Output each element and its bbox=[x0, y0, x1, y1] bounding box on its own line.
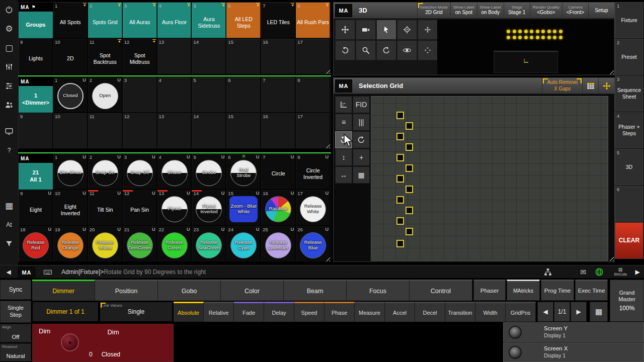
preset-cell-16[interactable]: 16 bbox=[261, 113, 296, 149]
phaser-cell-11[interactable]: 11UTilt Sin bbox=[88, 190, 123, 226]
3d-control-gobo[interactable]: Render Quality<Gobo> bbox=[530, 3, 562, 18]
ma-logo[interactable]: MA bbox=[335, 79, 352, 93]
screen-knob-screen-y[interactable]: Screen YDisplay 1 bbox=[503, 322, 644, 342]
view-button-3d[interactable]: 53D bbox=[615, 149, 643, 185]
3d-control-on-body[interactable]: Show Labelon Body bbox=[477, 3, 504, 18]
preset-cell-5[interactable]: 5 bbox=[192, 77, 226, 113]
ma-logo[interactable]: MA bbox=[335, 4, 352, 17]
fader-page-icon[interactable] bbox=[2, 60, 16, 73]
rotate-ccw-icon[interactable] bbox=[335, 40, 355, 60]
group-cell-1[interactable]: 1▼All Spots bbox=[53, 3, 88, 39]
encoder-grid-button[interactable]: ▦ bbox=[590, 302, 608, 322]
phaser-cell-1[interactable]: 1UDim Sinus bbox=[53, 154, 88, 190]
feature-tab-gobo[interactable]: Gobo bbox=[158, 280, 221, 301]
3d-control-2d-grid[interactable]: Selection Mode2D Grid bbox=[417, 3, 450, 18]
session-icon[interactable] bbox=[542, 267, 553, 277]
center-vertical-icon[interactable]: ↕ bbox=[335, 149, 352, 166]
page-prev-button[interactable]: ◀ bbox=[537, 302, 553, 322]
globe-icon[interactable] bbox=[594, 267, 605, 277]
columns-icon[interactable]: ||| bbox=[353, 114, 370, 131]
phaser-cell-24[interactable]: 24URelease Cyan bbox=[226, 226, 261, 262]
move-tool-icon[interactable] bbox=[335, 20, 355, 40]
gear-icon[interactable]: ⚙ bbox=[2, 22, 16, 35]
group-cell-17[interactable]: 17 bbox=[296, 39, 331, 75]
at-button[interactable]: At bbox=[2, 218, 16, 231]
view-button-fixture[interactable]: 1Fixture bbox=[615, 2, 643, 38]
filter-icon[interactable] bbox=[2, 237, 16, 250]
dim-encoder[interactable]: Dim Dim 0 Closed bbox=[32, 324, 174, 362]
grid-cell-selected[interactable] bbox=[396, 154, 404, 161]
phaser-cell-9[interactable]: 9UEight bbox=[19, 190, 53, 226]
phaser-cell-26[interactable]: 26URelease Blue bbox=[296, 226, 331, 262]
group-cell-11[interactable]: 11▼Spot Backtruss bbox=[88, 39, 123, 75]
preset-cell-3[interactable]: 3 bbox=[123, 77, 157, 113]
phaser-cell-20[interactable]: 20URelease Yellow bbox=[88, 226, 123, 262]
preset-cell-7[interactable]: 7 bbox=[261, 77, 296, 113]
phaser-cell-25[interactable]: 25URelease Lavender bbox=[261, 226, 296, 262]
grid-cell-selected[interactable] bbox=[406, 164, 413, 172]
value-tab-delay[interactable]: Delay bbox=[264, 302, 294, 322]
grid-cell-selected[interactable] bbox=[396, 196, 404, 204]
resize-handle[interactable] bbox=[608, 255, 614, 261]
grid-cell-selected[interactable] bbox=[406, 122, 413, 130]
group-cell-16[interactable]: 16 bbox=[261, 39, 296, 75]
grid-cell-selected[interactable] bbox=[406, 228, 413, 235]
zoom-icon[interactable] bbox=[356, 40, 376, 60]
3d-scene[interactable] bbox=[437, 20, 614, 74]
grid-cell-selected[interactable] bbox=[396, 112, 404, 119]
grid-cell-selected[interactable] bbox=[406, 186, 413, 193]
group-cell-15[interactable]: 15 bbox=[226, 39, 261, 75]
preset-cell-9[interactable]: 9 bbox=[19, 113, 53, 149]
mail-icon[interactable]: ✉ bbox=[578, 267, 589, 277]
group-cell-3[interactable]: 3▼All Auras bbox=[123, 3, 157, 39]
pan-icon[interactable] bbox=[418, 20, 438, 40]
phaser-cell-14[interactable]: 14UFlyout Inverted bbox=[192, 190, 226, 226]
feature-tab-position[interactable]: Position bbox=[95, 280, 158, 301]
preset-cell-17[interactable]: 17 bbox=[296, 113, 331, 149]
phaser-cell-22[interactable]: 22URelease Green bbox=[157, 226, 192, 262]
group-cell-8[interactable]: 8▼All Rush Pars bbox=[296, 3, 331, 39]
knob-icon[interactable] bbox=[509, 326, 522, 339]
monitor-icon[interactable] bbox=[2, 125, 16, 138]
value-tab-transition[interactable]: Transition bbox=[445, 302, 475, 322]
fid-button[interactable]: FID bbox=[353, 96, 370, 113]
tab-matricks[interactable]: MAtricks bbox=[507, 280, 540, 301]
preset-cell-14[interactable]: 14 bbox=[192, 113, 226, 149]
grid-select-icon[interactable]: ▦ bbox=[353, 166, 370, 184]
grid-cell-selected[interactable] bbox=[406, 207, 413, 214]
value-tab-gridpos[interactable]: GridPos bbox=[506, 302, 536, 322]
preset-cell-10[interactable]: 10 bbox=[53, 113, 88, 149]
command-line-input[interactable]: Admin[Fixture]>Rotate Grid by 90 Degrees… bbox=[61, 265, 206, 278]
value-tab-relative[interactable]: Relative bbox=[204, 302, 234, 322]
view-button-phaser-steps[interactable]: 4Phaser + Steps bbox=[615, 112, 643, 148]
pointer-icon[interactable] bbox=[376, 20, 396, 40]
feature-tab-focus[interactable]: Focus bbox=[347, 280, 410, 301]
add-icon[interactable]: + bbox=[353, 149, 370, 166]
grid-cell-selected[interactable] bbox=[406, 143, 413, 151]
shortcuts-button[interactable]: ▤ ShCuts bbox=[610, 266, 631, 279]
encoder-page-button[interactable]: Dimmer 1 of 1 bbox=[32, 302, 99, 322]
view-button-6[interactable]: 6 bbox=[615, 186, 643, 222]
align-button[interactable]: Align Off bbox=[0, 324, 31, 342]
auto-remove-x-gaps-button[interactable]: Auto Remove X Gaps bbox=[542, 78, 582, 94]
preset-cell-11[interactable]: 11 bbox=[88, 113, 123, 149]
display-icon[interactable]: ▢ bbox=[2, 41, 16, 54]
group-cell-13[interactable]: 13 bbox=[157, 39, 192, 75]
group-pool-header[interactable]: MA⚑Groups bbox=[19, 3, 53, 39]
knob-icon[interactable] bbox=[509, 346, 522, 359]
tab-exec-time[interactable]: Exec Time bbox=[575, 280, 608, 301]
help-icon[interactable]: ? bbox=[2, 144, 16, 157]
rows-icon[interactable]: ≡ bbox=[335, 114, 352, 131]
group-cell-6[interactable]: 6▼All LED Steps bbox=[226, 3, 261, 39]
grid-cell-selected[interactable] bbox=[396, 240, 404, 247]
preset-cell-15[interactable]: 15 bbox=[226, 113, 261, 149]
grand-master-button[interactable]: Grand Master 100% bbox=[610, 280, 644, 322]
rotate-right-icon[interactable] bbox=[353, 131, 370, 148]
phaser-cell-3[interactable]: 3USnap Off bbox=[123, 154, 157, 190]
value-tab-phase[interactable]: Phase bbox=[325, 302, 355, 322]
sheet-icon[interactable] bbox=[582, 78, 598, 94]
orbit-icon[interactable] bbox=[397, 40, 417, 60]
single-step-button[interactable]: Single Step bbox=[0, 301, 31, 323]
clear-button[interactable]: CLEAR bbox=[615, 222, 643, 259]
center-horizontal-icon[interactable]: ↔ bbox=[335, 166, 352, 184]
